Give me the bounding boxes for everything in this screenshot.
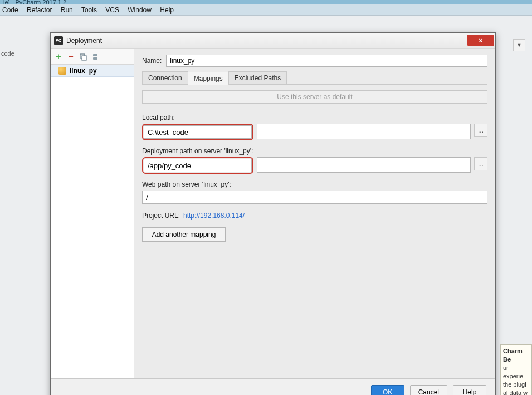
popup-line: Charm Be [503,347,529,364]
svg-rect-3 [93,57,97,60]
toolbar-dropdown-button[interactable]: ▼ [513,39,525,51]
local-path-label: Local path: [142,114,487,121]
local-path-input[interactable] [144,125,252,139]
tab-connection[interactable]: Connection [142,71,188,84]
ok-button[interactable]: OK [371,385,404,396]
deployment-path-input-rest[interactable] [257,157,471,173]
menu-tools[interactable]: Tools [81,6,97,14]
svg-rect-1 [82,56,86,60]
dialog-button-bar: OK Cancel Help [51,378,495,395]
copy-server-icon[interactable] [79,52,87,61]
deployment-path-highlight [142,157,253,174]
project-url-link[interactable]: http://192.168.0.114/ [183,212,245,220]
add-another-mapping-button[interactable]: Add another mapping [142,227,226,242]
local-path-input-rest[interactable] [257,124,471,139]
ide-title-text: le] - PyCharm 2017.1.2 [3,0,66,4]
close-button[interactable]: × [467,35,494,46]
web-path-label: Web path on server 'linux_py': [142,181,487,188]
close-icon: × [479,37,482,45]
deployment-tabs: Connection Mappings Excluded Paths [142,71,487,85]
name-label: Name: [142,57,162,65]
deployment-path-browse-button: ... [474,157,487,170]
svg-rect-2 [93,54,97,56]
server-list-toolbar: + − [51,49,134,65]
server-item-label: linux_py [70,67,97,75]
ide-title-bar: le] - PyCharm 2017.1.2 [0,0,532,4]
server-name-input[interactable] [166,55,487,67]
deployment-path-input[interactable] [144,159,252,172]
menu-refactor[interactable]: Refactor [27,6,52,14]
menu-run[interactable]: Run [61,6,73,14]
remove-server-icon[interactable]: − [66,52,75,61]
cancel-button[interactable]: Cancel [410,385,447,396]
ide-body: code ▼ PC Deployment × + − [0,16,532,395]
server-item-linux-py[interactable]: linux_py [51,65,134,77]
pycharm-icon: PC [54,36,63,45]
deployment-content: Name: Connection Mappings Excluded Paths… [134,49,495,378]
menu-help[interactable]: Help [160,6,174,14]
use-as-default-button: Use this server as default [142,90,487,104]
tab-mappings[interactable]: Mappings [188,72,229,85]
deployment-path-label: Deployment path on server 'linux_py': [142,147,487,155]
popup-line: ur experie [503,364,529,381]
dialog-title: Deployment [66,37,467,45]
server-list: linux_py [51,65,134,378]
menu-code[interactable]: Code [2,6,18,14]
use-server-icon[interactable] [91,52,100,61]
left-tool-label: code [0,49,16,58]
menu-vcs[interactable]: VCS [105,6,119,14]
ide-menu-bar: Code Refactor Run Tools VCS Window Help [0,4,532,16]
dialog-title-bar: PC Deployment × [51,33,495,48]
add-server-icon[interactable]: + [54,52,63,61]
tab-excluded-paths[interactable]: Excluded Paths [228,71,287,84]
project-url-label: Project URL: [142,212,180,220]
local-path-browse-button[interactable]: ... [474,124,487,137]
menu-window[interactable]: Window [128,6,152,14]
local-path-highlight [142,124,253,140]
notification-popup: Charm Be ur experie the plugi al data w … [500,344,532,395]
help-button[interactable]: Help [453,385,486,396]
server-list-panel: + − linux_py [51,49,134,378]
web-path-input[interactable] [142,191,487,204]
popup-line: al data w [503,389,529,395]
popup-line: the plugi [503,381,529,389]
web-deployment-icon [58,67,66,75]
deployment-dialog: PC Deployment × + − [50,32,496,395]
